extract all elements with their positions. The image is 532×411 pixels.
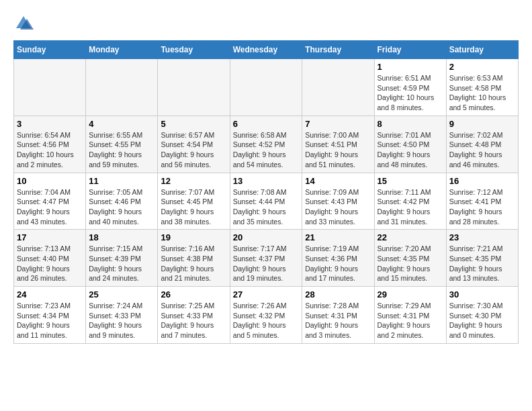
calendar-cell: 10Sunrise: 7:04 AM Sunset: 4:47 PM Dayli…: [14, 173, 86, 230]
day-number: 26: [161, 289, 226, 300]
day-number: 3: [17, 119, 83, 129]
day-number: 15: [378, 176, 443, 186]
day-info: Sunrise: 7:30 AM Sunset: 4:30 PM Dayligh…: [449, 301, 515, 340]
day-info: Sunrise: 7:21 AM Sunset: 4:35 PM Dayligh…: [449, 244, 515, 283]
calendar-cell: 24Sunrise: 7:23 AM Sunset: 4:34 PM Dayli…: [14, 287, 86, 344]
calendar-cell: 29Sunrise: 7:29 AM Sunset: 4:31 PM Dayli…: [374, 287, 446, 344]
calendar-week-row: 10Sunrise: 7:04 AM Sunset: 4:47 PM Dayli…: [14, 173, 519, 230]
day-number: 9: [449, 119, 515, 129]
day-number: 1: [378, 62, 443, 72]
calendar-cell: 18Sunrise: 7:15 AM Sunset: 4:39 PM Dayli…: [86, 230, 158, 287]
calendar-cell: 15Sunrise: 7:11 AM Sunset: 4:42 PM Dayli…: [374, 173, 446, 230]
calendar-cell: 7Sunrise: 7:00 AM Sunset: 4:51 PM Daylig…: [302, 116, 374, 173]
day-info: Sunrise: 6:54 AM Sunset: 4:56 PM Dayligh…: [17, 130, 83, 170]
day-info: Sunrise: 7:04 AM Sunset: 4:47 PM Dayligh…: [17, 187, 83, 227]
day-number: 12: [161, 176, 226, 186]
day-info: Sunrise: 7:08 AM Sunset: 4:44 PM Dayligh…: [233, 187, 300, 227]
day-number: 25: [89, 289, 154, 300]
day-info: Sunrise: 7:00 AM Sunset: 4:51 PM Dayligh…: [305, 130, 371, 170]
calendar-header-wednesday: Wednesday: [230, 41, 302, 59]
logo: [13, 13, 36, 34]
day-info: Sunrise: 7:26 AM Sunset: 4:32 PM Dayligh…: [233, 301, 300, 340]
day-info: Sunrise: 6:53 AM Sunset: 4:58 PM Dayligh…: [449, 73, 515, 113]
calendar-cell: 3Sunrise: 6:54 AM Sunset: 4:56 PM Daylig…: [14, 116, 86, 173]
calendar-cell: [230, 59, 302, 116]
day-info: Sunrise: 7:29 AM Sunset: 4:31 PM Dayligh…: [378, 301, 443, 340]
day-number: 13: [233, 176, 300, 186]
calendar-week-row: 1Sunrise: 6:51 AM Sunset: 4:59 PM Daylig…: [14, 59, 519, 116]
day-info: Sunrise: 7:20 AM Sunset: 4:35 PM Dayligh…: [378, 244, 443, 283]
day-info: Sunrise: 7:09 AM Sunset: 4:43 PM Dayligh…: [305, 187, 371, 227]
day-number: 20: [233, 232, 300, 242]
day-info: Sunrise: 7:05 AM Sunset: 4:46 PM Dayligh…: [89, 187, 154, 227]
calendar-week-row: 17Sunrise: 7:13 AM Sunset: 4:40 PM Dayli…: [14, 230, 519, 287]
calendar-cell: 5Sunrise: 6:57 AM Sunset: 4:54 PM Daylig…: [158, 116, 230, 173]
day-number: 14: [305, 176, 371, 186]
day-info: Sunrise: 7:16 AM Sunset: 4:38 PM Dayligh…: [161, 244, 226, 283]
day-info: Sunrise: 7:24 AM Sunset: 4:33 PM Dayligh…: [89, 301, 154, 340]
day-info: Sunrise: 7:02 AM Sunset: 4:48 PM Dayligh…: [449, 130, 515, 170]
day-number: 17: [17, 232, 83, 242]
calendar-cell: 12Sunrise: 7:07 AM Sunset: 4:45 PM Dayli…: [158, 173, 230, 230]
calendar-cell: 28Sunrise: 7:28 AM Sunset: 4:31 PM Dayli…: [302, 287, 374, 344]
day-info: Sunrise: 7:11 AM Sunset: 4:42 PM Dayligh…: [378, 187, 443, 227]
calendar-cell: [14, 59, 86, 116]
calendar-cell: 20Sunrise: 7:17 AM Sunset: 4:37 PM Dayli…: [230, 230, 302, 287]
day-info: Sunrise: 7:15 AM Sunset: 4:39 PM Dayligh…: [89, 244, 154, 283]
day-number: 16: [449, 176, 515, 186]
day-number: 11: [89, 176, 154, 186]
calendar-cell: 17Sunrise: 7:13 AM Sunset: 4:40 PM Dayli…: [14, 230, 86, 287]
day-number: 21: [305, 232, 371, 242]
calendar-cell: 4Sunrise: 6:55 AM Sunset: 4:55 PM Daylig…: [86, 116, 158, 173]
day-info: Sunrise: 7:23 AM Sunset: 4:34 PM Dayligh…: [17, 301, 83, 340]
day-info: Sunrise: 6:58 AM Sunset: 4:52 PM Dayligh…: [233, 130, 300, 170]
day-number: 30: [449, 289, 515, 300]
calendar-cell: 26Sunrise: 7:25 AM Sunset: 4:33 PM Dayli…: [158, 287, 230, 344]
day-info: Sunrise: 7:17 AM Sunset: 4:37 PM Dayligh…: [233, 244, 300, 283]
day-number: 29: [378, 289, 443, 300]
calendar-week-row: 3Sunrise: 6:54 AM Sunset: 4:56 PM Daylig…: [14, 116, 519, 173]
calendar: SundayMondayTuesdayWednesdayThursdayFrid…: [13, 40, 519, 344]
calendar-week-row: 24Sunrise: 7:23 AM Sunset: 4:34 PM Dayli…: [14, 287, 519, 344]
day-info: Sunrise: 6:57 AM Sunset: 4:54 PM Dayligh…: [161, 130, 226, 170]
day-number: 2: [449, 62, 515, 72]
calendar-header-tuesday: Tuesday: [158, 41, 230, 59]
day-info: Sunrise: 6:55 AM Sunset: 4:55 PM Dayligh…: [89, 130, 154, 170]
calendar-cell: 16Sunrise: 7:12 AM Sunset: 4:41 PM Dayli…: [446, 173, 518, 230]
day-number: 6: [233, 119, 300, 129]
day-info: Sunrise: 7:01 AM Sunset: 4:50 PM Dayligh…: [378, 130, 443, 170]
day-number: 19: [161, 232, 226, 242]
calendar-header-row: SundayMondayTuesdayWednesdayThursdayFrid…: [14, 41, 519, 59]
calendar-cell: 14Sunrise: 7:09 AM Sunset: 4:43 PM Dayli…: [302, 173, 374, 230]
day-number: 27: [233, 289, 300, 300]
calendar-header-thursday: Thursday: [302, 41, 374, 59]
day-number: 22: [378, 232, 443, 242]
header: [13, 13, 519, 34]
calendar-cell: 1Sunrise: 6:51 AM Sunset: 4:59 PM Daylig…: [374, 59, 446, 116]
day-number: 10: [17, 176, 83, 186]
calendar-header-sunday: Sunday: [14, 41, 86, 59]
day-number: 4: [89, 119, 154, 129]
calendar-cell: 13Sunrise: 7:08 AM Sunset: 4:44 PM Dayli…: [230, 173, 302, 230]
day-info: Sunrise: 7:28 AM Sunset: 4:31 PM Dayligh…: [305, 301, 371, 340]
day-info: Sunrise: 7:13 AM Sunset: 4:40 PM Dayligh…: [17, 244, 83, 283]
calendar-header-saturday: Saturday: [446, 41, 518, 59]
calendar-header-friday: Friday: [374, 41, 446, 59]
day-number: 7: [305, 119, 371, 129]
calendar-cell: 19Sunrise: 7:16 AM Sunset: 4:38 PM Dayli…: [158, 230, 230, 287]
calendar-cell: 2Sunrise: 6:53 AM Sunset: 4:58 PM Daylig…: [446, 59, 518, 116]
calendar-cell: 9Sunrise: 7:02 AM Sunset: 4:48 PM Daylig…: [446, 116, 518, 173]
day-info: Sunrise: 7:12 AM Sunset: 4:41 PM Dayligh…: [449, 187, 515, 227]
calendar-cell: 6Sunrise: 6:58 AM Sunset: 4:52 PM Daylig…: [230, 116, 302, 173]
day-number: 8: [378, 119, 443, 129]
day-number: 23: [449, 232, 515, 242]
day-number: 28: [305, 289, 371, 300]
day-info: Sunrise: 7:25 AM Sunset: 4:33 PM Dayligh…: [161, 301, 226, 340]
day-number: 5: [161, 119, 226, 129]
calendar-cell: 11Sunrise: 7:05 AM Sunset: 4:46 PM Dayli…: [86, 173, 158, 230]
day-info: Sunrise: 7:19 AM Sunset: 4:36 PM Dayligh…: [305, 244, 371, 283]
day-info: Sunrise: 6:51 AM Sunset: 4:59 PM Dayligh…: [378, 73, 443, 113]
calendar-cell: [86, 59, 158, 116]
day-number: 18: [89, 232, 154, 242]
calendar-cell: 21Sunrise: 7:19 AM Sunset: 4:36 PM Dayli…: [302, 230, 374, 287]
